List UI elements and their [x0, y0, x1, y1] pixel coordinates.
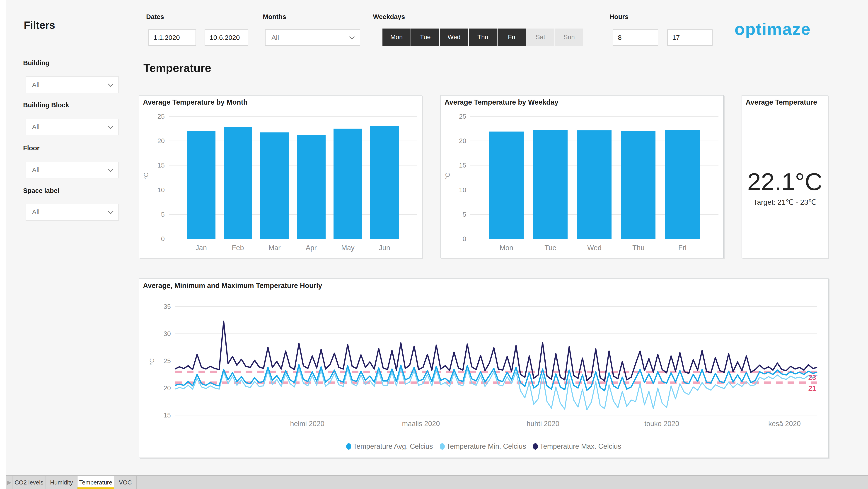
- date-start-input[interactable]: [148, 29, 196, 46]
- filter-dropdown-value: All: [32, 81, 39, 89]
- next-page-arrow-icon[interactable]: ▶: [7, 476, 11, 489]
- legend-dot-icon: [533, 443, 538, 450]
- weekday-button-sat[interactable]: Sat: [526, 29, 554, 46]
- average-temperature-kpi-card: Average Temperature 22.1°C Target: 21℃ -…: [742, 95, 828, 258]
- filter-dropdown-value: All: [32, 208, 39, 216]
- bar-chart-month-plot: 0510152025JanFebMarAprMayJun: [169, 117, 417, 239]
- x-axis-tick-label: huhti 2020: [527, 420, 559, 428]
- x-axis-tick-label: helmi 2020: [290, 420, 324, 428]
- weekday-button-sun[interactable]: Sun: [555, 29, 583, 46]
- bar-apr[interactable]: [297, 135, 326, 239]
- tab-voc[interactable]: VOC: [114, 476, 136, 489]
- bar-mon[interactable]: [489, 132, 523, 239]
- kpi-target-range: Target: 21℃ - 23℃: [742, 198, 828, 206]
- y-axis-tick-label: 15: [157, 162, 165, 169]
- hours-label: Hours: [610, 13, 628, 21]
- x-axis-tick-label: May: [341, 244, 354, 252]
- y-axis-tick-label: 25: [459, 113, 466, 120]
- x-axis-tick-label: Jan: [195, 244, 207, 252]
- y-axis-tick-label: 35: [163, 303, 171, 311]
- x-axis-tick-label: kesä 2020: [768, 420, 801, 428]
- weekday-button-wed[interactable]: Wed: [440, 29, 468, 46]
- chart-title: Average Temperature by Month: [143, 98, 248, 106]
- legend-label: Temperature Avg. Celcius: [353, 443, 433, 451]
- bar-mar[interactable]: [260, 132, 289, 239]
- weekdays-label: Weekdays: [373, 13, 405, 21]
- y-axis-tick-label: 25: [163, 357, 171, 365]
- weekday-button-group: MonTueWedThuFriSatSun: [382, 29, 583, 46]
- y-axis-tick-label: 30: [163, 330, 171, 337]
- filter-dropdown-building-block[interactable]: All: [26, 119, 119, 135]
- filter-dropdown-floor[interactable]: All: [26, 162, 119, 178]
- chevron-down-icon: [108, 123, 113, 129]
- tab-co2-levels[interactable]: CO2 levels: [12, 476, 46, 489]
- weekday-button-mon[interactable]: Mon: [382, 29, 410, 46]
- y-axis-tick-label: 10: [157, 186, 165, 194]
- x-axis-tick-label: Tue: [545, 244, 556, 252]
- bar-tue[interactable]: [533, 130, 567, 239]
- filter-dropdown-space-label[interactable]: All: [26, 204, 119, 221]
- gridline: [169, 116, 417, 117]
- y-axis-unit-label: °C: [148, 358, 156, 365]
- bar-jan[interactable]: [187, 131, 215, 239]
- chevron-down-icon: [349, 34, 354, 39]
- kpi-value: 22.1°C: [742, 167, 828, 196]
- tab-temperature[interactable]: Temperature: [78, 476, 114, 489]
- filter-group-label: Building: [23, 59, 50, 67]
- hours-end-input[interactable]: [667, 29, 713, 46]
- legend-label: Temperature Min. Celcius: [446, 443, 526, 451]
- target-line-label-23: 23: [794, 373, 816, 382]
- target-line-label-21: 21: [794, 384, 816, 393]
- filter-dropdown-building[interactable]: All: [26, 76, 119, 93]
- bar-thu[interactable]: [621, 131, 655, 239]
- hourly-temperature-card: Average, Minimum and Maximum Temperature…: [139, 279, 829, 458]
- y-axis-tick-label: 5: [463, 210, 466, 218]
- filters-panel-title: Filters: [24, 19, 55, 31]
- y-axis-tick-label: 20: [157, 137, 165, 145]
- x-axis-tick-label: Thu: [632, 244, 644, 252]
- page-tab-bar: ◀ ▶ CO2 levelsHumidityTemperatureVOC: [0, 476, 868, 489]
- bar-wed[interactable]: [577, 130, 612, 239]
- y-axis-tick-label: 15: [163, 412, 171, 419]
- chart-legend: Temperature Avg. CelciusTemperature Min.…: [140, 443, 828, 451]
- bar-feb[interactable]: [224, 127, 252, 239]
- y-axis-unit-label: °C: [444, 172, 451, 180]
- bar-chart-weekday-plot: 0510152025MonTueWedThuFri: [470, 117, 718, 239]
- optimaze-logo: optimaze: [735, 20, 811, 39]
- tab-humidity[interactable]: Humidity: [46, 476, 78, 489]
- legend-item[interactable]: Temperature Avg. Celcius: [346, 443, 433, 451]
- filter-group-label: Floor: [23, 144, 40, 152]
- bar-jun[interactable]: [370, 126, 399, 239]
- x-axis-tick-label: Mar: [269, 244, 280, 252]
- chevron-down-icon: [108, 81, 113, 87]
- x-axis-tick-label: Wed: [587, 244, 601, 252]
- page-title: Temperature: [144, 62, 211, 75]
- legend-label: Temperature Max. Celcius: [540, 443, 621, 451]
- x-axis-tick-label: Apr: [306, 244, 316, 252]
- bar-fri[interactable]: [665, 130, 700, 239]
- weekday-button-thu[interactable]: Thu: [469, 29, 497, 46]
- temperature-lines-svg: [175, 306, 817, 415]
- bar-may[interactable]: [334, 129, 362, 239]
- y-axis-tick-label: 20: [163, 384, 171, 392]
- active-tab-underline: [78, 487, 114, 489]
- months-dropdown[interactable]: All: [265, 29, 360, 46]
- y-axis-tick-label: 25: [157, 113, 165, 120]
- y-axis-tick-label: 0: [161, 235, 165, 243]
- chart-title: Average Temperature by Weekday: [444, 98, 558, 106]
- hours-start-input[interactable]: [613, 29, 658, 46]
- filter-group-label: Space label: [23, 187, 59, 194]
- legend-dot-icon: [440, 443, 445, 450]
- y-axis-tick-label: 20: [459, 137, 466, 145]
- x-axis-tick-label: Jun: [379, 244, 390, 252]
- chart-title: Average, Minimum and Maximum Temperature…: [143, 282, 322, 290]
- date-end-input[interactable]: [205, 29, 248, 46]
- x-axis-tick-label: Feb: [232, 244, 244, 252]
- y-axis-tick-label: 10: [459, 186, 466, 194]
- legend-item[interactable]: Temperature Max. Celcius: [533, 443, 621, 451]
- months-label: Months: [263, 13, 286, 21]
- weekday-button-tue[interactable]: Tue: [411, 29, 439, 46]
- weekday-button-fri[interactable]: Fri: [498, 29, 526, 46]
- kpi-title: Average Temperature: [746, 98, 817, 106]
- legend-item[interactable]: Temperature Min. Celcius: [440, 443, 526, 451]
